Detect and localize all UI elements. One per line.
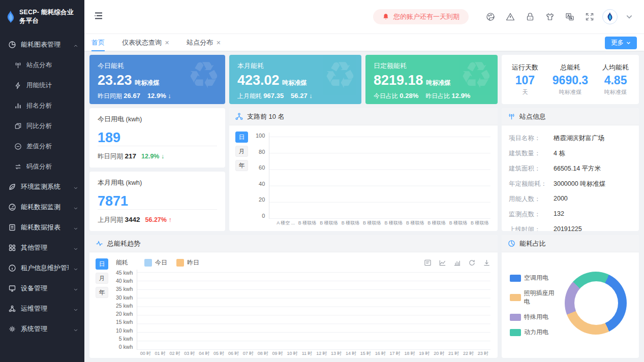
kpi-unit: 吨标准煤 bbox=[283, 79, 307, 86]
sidebar-item-环境监测系统[interactable]: 环境监测系统 bbox=[0, 177, 84, 197]
chevron-down-icon bbox=[73, 306, 78, 311]
legend-label: 特殊用电 bbox=[524, 313, 548, 321]
collapse-menu-icon[interactable] bbox=[94, 11, 104, 23]
sidebar-item-系统管理[interactable]: 系统管理 bbox=[0, 319, 84, 339]
more-button[interactable]: 更多 bbox=[605, 37, 637, 49]
sidebar-subitem-同比分析[interactable]: 同比分析 bbox=[0, 116, 84, 136]
sidebar-subitem-站点分布[interactable]: 站点分布 bbox=[0, 55, 84, 75]
line-chart-icon[interactable] bbox=[439, 259, 446, 267]
app-logo[interactable]: SECP- 能耗综合业务平台 bbox=[0, 0, 84, 34]
sidebar-subitem-用能统计[interactable]: 用能统计 bbox=[0, 75, 84, 95]
trend-x-label: 20 时 bbox=[432, 350, 447, 357]
sidebar-item-能耗数据报表[interactable]: 能耗数据报表 bbox=[0, 217, 84, 238]
trend-x-label: 08 时 bbox=[256, 350, 270, 357]
stat-unit: 吨标准煤 bbox=[602, 88, 629, 96]
sidebar-subitem-排名分析[interactable]: 排名分析 bbox=[0, 95, 84, 116]
tab-close-icon[interactable]: ✕ bbox=[216, 40, 221, 46]
branch-toggle-日[interactable]: 日 bbox=[235, 131, 248, 143]
i18n-icon[interactable] bbox=[565, 12, 574, 21]
trend-y-tick: 5 kwh bbox=[119, 336, 133, 342]
tab-首页[interactable]: 首页 bbox=[91, 34, 105, 51]
branch-plot bbox=[269, 133, 490, 219]
data-view-icon[interactable] bbox=[424, 259, 432, 267]
sidebar-item-能耗图表管理[interactable]: 能耗图表管理 bbox=[0, 35, 84, 55]
trend-plot bbox=[137, 270, 490, 350]
sidebar-item-label: 环境监测系统 bbox=[21, 182, 69, 191]
branch-x-label: B 楼联络 bbox=[447, 220, 469, 226]
pie-legend-item-特殊用电[interactable]: 特殊用电 bbox=[510, 313, 560, 321]
sidebar-subitem-label: 码值分析 bbox=[26, 162, 52, 171]
pie-legend-item-照明插座用电[interactable]: 照明插座用电 bbox=[510, 289, 560, 306]
sidebar-item-其他管理[interactable]: 其他管理 bbox=[0, 238, 84, 258]
site-info-label: 年定额能耗： bbox=[509, 180, 554, 188]
chevron-up-icon bbox=[73, 42, 78, 47]
sidebar-item-设备管理[interactable]: 设备管理 bbox=[0, 278, 84, 299]
header-icons bbox=[486, 12, 594, 21]
trend-x-label: 12 时 bbox=[315, 350, 329, 357]
error-log-icon[interactable] bbox=[506, 12, 515, 21]
tab-label: 首页 bbox=[91, 38, 105, 47]
sidebar-item-能耗数据监测[interactable]: 能耗数据监测 bbox=[0, 197, 84, 217]
dashboard-content: 今日能耗23.23吨标准煤昨日同期 26.6712.9% ↓♻本月能耗423.0… bbox=[84, 51, 644, 362]
tab-label: 仪表状态查询 bbox=[122, 38, 162, 47]
chevron-down-icon bbox=[73, 245, 78, 250]
tab-仪表状态查询[interactable]: 仪表状态查询✕ bbox=[122, 34, 169, 51]
user-avatar[interactable] bbox=[602, 9, 618, 24]
sidebar-item-运维管理[interactable]: 运维管理 bbox=[0, 299, 84, 319]
sidebar-subitem-码值分析[interactable]: 码值分析 bbox=[0, 156, 84, 177]
branch-toggle-月[interactable]: 月 bbox=[235, 146, 248, 157]
pie-legend-item-空调用电[interactable]: 空调用电 bbox=[510, 274, 560, 282]
lock-icon[interactable] bbox=[526, 12, 535, 21]
site-info-header: 站点信息 bbox=[502, 108, 639, 125]
tab-close-icon[interactable]: ✕ bbox=[165, 40, 169, 46]
account-expiry-alert[interactable]: 您的账户还有一天到期 bbox=[373, 9, 469, 24]
usage-value: 7871 bbox=[98, 193, 217, 209]
site-info-label: 建筑面积： bbox=[509, 164, 554, 173]
donut-chart bbox=[565, 272, 627, 335]
refresh-icon[interactable] bbox=[468, 259, 476, 267]
kpi-title: 今日能耗 bbox=[98, 61, 217, 71]
kpi-value: 423.02吨标准煤 bbox=[237, 73, 353, 88]
trend-x-label: 03 时 bbox=[182, 350, 197, 357]
theme-icon[interactable] bbox=[486, 12, 495, 21]
antenna-icon bbox=[508, 113, 515, 120]
stat-人均能耗: 人均能耗 4.85 吨标准煤 bbox=[602, 63, 629, 96]
trend-x-label: 16 时 bbox=[373, 350, 388, 357]
kpi-meta-item: 今日占比 0.28% bbox=[374, 92, 418, 101]
branch-toggle-年[interactable]: 年 bbox=[235, 160, 248, 171]
sidebar-item-租户信息维护管理[interactable]: 租户信息维护管理 bbox=[0, 258, 84, 278]
stat-value: 107 bbox=[512, 74, 538, 87]
sidebar-item-label: 运维管理 bbox=[21, 304, 69, 313]
sidebar-subitem-差值分析[interactable]: 差值分析 bbox=[0, 136, 84, 156]
chart-toolbox bbox=[424, 259, 490, 267]
site-info-value: 栖霞湖滨财富广场 bbox=[554, 134, 604, 143]
sidebar-item-label: 能耗数据监测 bbox=[21, 203, 69, 212]
pie-legend: 空调用电 照明插座用电 特殊用电 动力用电 bbox=[510, 274, 560, 337]
trend-toggle-月[interactable]: 月 bbox=[96, 273, 108, 284]
branch-x-label: B 楼联络 bbox=[426, 220, 447, 226]
sidebar-subitem-label: 差值分析 bbox=[26, 142, 52, 151]
ops-icon bbox=[8, 305, 16, 313]
user-menu-chevron-down-icon[interactable] bbox=[626, 13, 633, 20]
site-info-value: 2000 bbox=[554, 195, 568, 204]
site-info-title: 站点信息 bbox=[519, 112, 546, 121]
legend-item-昨日[interactable]: 昨日 bbox=[176, 258, 199, 267]
download-icon[interactable] bbox=[483, 259, 490, 267]
tab-站点分布[interactable]: 站点分布✕ bbox=[187, 34, 221, 51]
fullscreen-icon[interactable] bbox=[585, 12, 594, 21]
divider bbox=[98, 146, 217, 146]
site-info-row: 用能人数： 2000 bbox=[509, 191, 632, 207]
skin-icon[interactable] bbox=[545, 12, 555, 21]
sidebar-item-label: 其他管理 bbox=[21, 243, 69, 252]
trend-panel-body: 日月年 能耗 今日 昨日 bbox=[89, 252, 498, 358]
bar-chart-icon[interactable] bbox=[453, 259, 461, 267]
pie-legend-item-动力用电[interactable]: 动力用电 bbox=[510, 328, 560, 337]
kpi-value: 23.23吨标准煤 bbox=[98, 73, 217, 88]
legend-item-今日[interactable]: 今日 bbox=[144, 258, 167, 267]
minus-circle-icon bbox=[14, 143, 22, 150]
trend-y-axis: 45 kwh40 kwh35 kwh30 kwh25 kwh20 kwh15 k… bbox=[116, 270, 137, 350]
site-info-label: 项目名称： bbox=[509, 134, 554, 143]
trend-toggle-年[interactable]: 年 bbox=[96, 287, 108, 298]
trend-toggle-日[interactable]: 日 bbox=[96, 258, 108, 270]
usage-column: 今日用电 (kwh) 189 昨日同期 217 12.9% ↓本月用电 (kwh… bbox=[89, 108, 225, 231]
